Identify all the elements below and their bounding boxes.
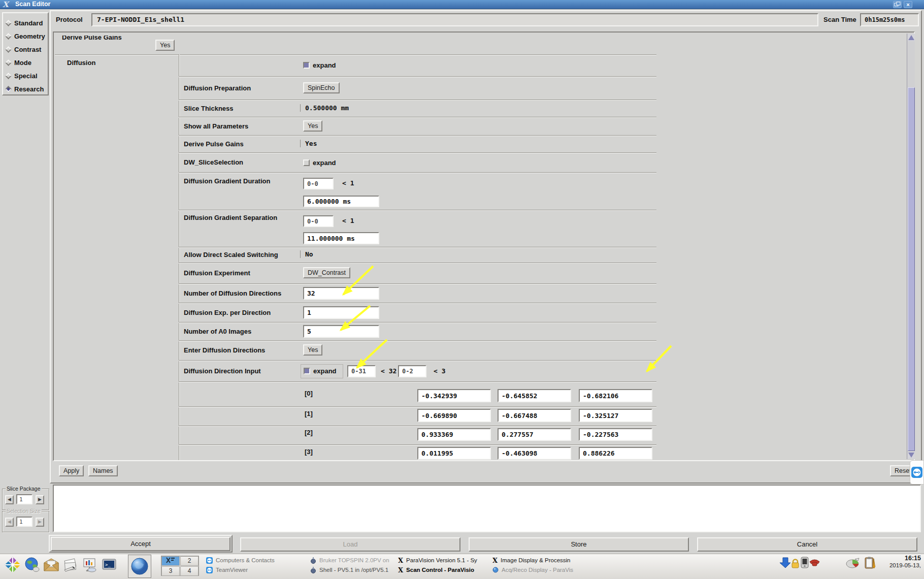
direction-1-x-input[interactable] [417, 409, 491, 422]
direction-3-y-input[interactable] [498, 447, 571, 460]
close-icon[interactable]: × [904, 1, 912, 8]
group-label-diffusion: Diffusion [67, 59, 95, 67]
names-button[interactable]: Names [88, 465, 118, 476]
restore-button[interactable] [893, 1, 902, 8]
param-row-derive-pulse-gains: Derive Pulse Gains Yes [179, 136, 656, 153]
x11-logo-icon: X [3, 0, 9, 9]
selection-size-input[interactable] [16, 517, 32, 527]
param-row-dw-sliceselection: DW_SliceSelection expand [179, 153, 656, 173]
load-button[interactable]: Load [240, 537, 460, 552]
enter-diffusion-directions-button[interactable]: Yes [303, 344, 322, 356]
direction-3-z-input[interactable] [579, 447, 652, 460]
diffusion-exp-per-direction-input[interactable] [303, 306, 379, 319]
direction-range1-input[interactable] [347, 365, 376, 377]
terminal-icon[interactable]: >_ [101, 557, 117, 573]
show-all-parameters-button[interactable]: Yes [303, 120, 322, 132]
scroll-down-icon[interactable] [908, 452, 915, 459]
browser-launcher-button[interactable] [128, 555, 151, 578]
radio-icon [5, 59, 12, 66]
clock-time: 16:15 [889, 555, 921, 562]
param-row-diffusion-experiment: Diffusion Experiment DW_Contrast [179, 263, 656, 284]
topspin-icon [310, 557, 316, 564]
sidebar-item-special[interactable]: Special [6, 69, 48, 82]
num-diffusion-directions-input[interactable] [303, 287, 379, 300]
task-image-display[interactable]: X Image Display & Processin [492, 556, 599, 565]
expand-checkbox[interactable] [303, 62, 310, 69]
sidebar-item-standard[interactable]: Standard [6, 16, 48, 29]
software-update-icon[interactable] [780, 557, 791, 570]
direction-range2-input[interactable] [398, 365, 426, 377]
task-computers-contacts[interactable]: Computers & Contacts [206, 556, 290, 565]
direction-2-z-input[interactable] [579, 428, 652, 441]
gradient-duration-range-input[interactable] [303, 178, 334, 189]
workspace-1-active[interactable] [161, 556, 180, 566]
scroll-up-icon[interactable] [908, 34, 915, 41]
direction-0-x-input[interactable] [417, 389, 491, 402]
window-title: Scan Editor [15, 1, 50, 8]
param-row-num-directions: Number of Diffusion Directions [179, 284, 656, 303]
direction-1-z-input[interactable] [579, 409, 652, 422]
dw-sliceselection-expand-checkbox[interactable] [303, 159, 310, 166]
task-topspin[interactable]: Bruker TOPSPIN 2.0PV on [310, 556, 395, 565]
slice-package-input[interactable] [16, 494, 32, 504]
padlock-icon[interactable] [791, 559, 800, 570]
sidebar-item-contrast[interactable]: Contrast [6, 43, 48, 56]
protocol-field[interactable]: 7-EPI-NODDI_E1s_shell1 [91, 13, 818, 26]
email-icon[interactable] [43, 557, 59, 573]
gradient-separation-value-input[interactable] [303, 232, 379, 244]
taskbar-clock[interactable]: 16:15 2019-05-13, [889, 555, 921, 569]
blue-sphere-icon [130, 557, 149, 576]
diffusion-experiment-button[interactable]: DW_Contrast [303, 267, 350, 278]
apply-button[interactable]: Apply [59, 465, 84, 476]
accept-button[interactable]: Accept [51, 537, 230, 551]
web-browser-icon[interactable] [24, 557, 40, 573]
presentation-icon[interactable] [82, 557, 98, 573]
vertical-scrollbar[interactable] [907, 34, 915, 459]
teamviewer-side-tab[interactable] [910, 460, 924, 485]
x11-icon: X [398, 557, 403, 564]
workspace-3[interactable]: 3 [161, 566, 180, 576]
direction-2-x-input[interactable] [417, 428, 491, 441]
notes-icon[interactable] [62, 557, 79, 573]
selection-size-next-icon[interactable]: ▶ [36, 518, 44, 527]
scrollbar-thumb[interactable] [908, 87, 915, 451]
store-button[interactable]: Store [469, 537, 689, 552]
slice-package-label: Slice Package [6, 486, 42, 492]
task-shell-pv51[interactable]: Shell - PV5.1 in /opt/PV5.1 [310, 565, 395, 574]
param-row-allow-switching: Allow Direct Scaled Switching No [179, 247, 656, 263]
diffusion-preparation-button[interactable]: SpinEcho [303, 82, 340, 93]
sidebar-item-geometry[interactable]: Geometry [6, 29, 48, 43]
sidebar-item-mode[interactable]: Mode [6, 56, 48, 69]
titlebar[interactable]: X Scan Editor × [0, 0, 924, 9]
task-teamviewer[interactable]: TeamViewer [206, 565, 290, 574]
slice-package-prev-icon[interactable]: ◀ [5, 495, 14, 504]
task-acq-reco-display[interactable]: Acq/Reco Display - ParaVis [492, 565, 599, 574]
cancel-button[interactable]: Cancel [697, 537, 917, 552]
pie-chart-icon[interactable] [846, 558, 860, 570]
gradient-separation-range-input[interactable] [303, 215, 334, 227]
param-row-num-a0-images: Number of A0 Images [179, 323, 656, 341]
direction-0-z-input[interactable] [579, 389, 652, 402]
derive-pulse-gains-button[interactable]: Yes [155, 40, 175, 51]
selection-size-prev-icon[interactable]: ◀ [5, 518, 14, 527]
mobile-device-icon[interactable] [801, 557, 809, 570]
slice-package-next-icon[interactable]: ▶ [36, 495, 44, 504]
direction-3-x-input[interactable] [417, 447, 491, 460]
centos-menu-icon[interactable] [5, 557, 21, 573]
num-a0-images-input[interactable] [303, 325, 379, 338]
radio-icon [5, 20, 12, 26]
desktop: { "window": { "title": "Scan Editor" }, … [0, 0, 924, 579]
clipboard-icon[interactable] [864, 557, 876, 571]
task-paravision-version[interactable]: X ParaVision Version 5.1 - Sy [398, 556, 488, 565]
direction-2-y-input[interactable] [498, 428, 571, 441]
task-scan-control-active[interactable]: X Scan Control - ParaVisio [398, 565, 488, 574]
gradient-duration-value-input[interactable] [303, 196, 379, 207]
direction-0-y-input[interactable] [498, 389, 571, 402]
direction-row-3: [3] [179, 445, 656, 460]
workspace-2[interactable]: 2 [180, 556, 199, 566]
sidebar-item-research[interactable]: Research [6, 82, 48, 95]
telephone-icon[interactable] [809, 558, 820, 568]
direction-1-y-input[interactable] [498, 409, 571, 422]
workspace-4[interactable]: 4 [180, 566, 199, 576]
direction-input-expand-checkbox[interactable] [304, 368, 310, 374]
